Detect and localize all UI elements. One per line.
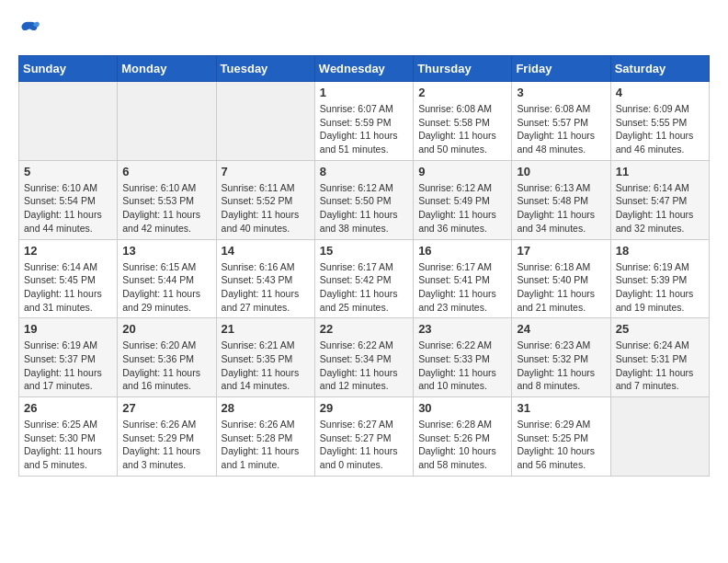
calendar-header-row: SundayMondayTuesdayWednesdayThursdayFrid… [19,56,710,82]
calendar-cell: 25Sunrise: 6:24 AM Sunset: 5:31 PM Dayli… [610,318,709,397]
day-info: Sunrise: 6:20 AM Sunset: 5:36 PM Dayligh… [122,339,210,393]
calendar-cell: 23Sunrise: 6:22 AM Sunset: 5:33 PM Dayli… [414,318,512,397]
calendar-cell: 3Sunrise: 6:08 AM Sunset: 5:57 PM Daylig… [512,82,610,161]
day-info: Sunrise: 6:21 AM Sunset: 5:35 PM Dayligh… [222,339,310,393]
day-number: 26 [24,401,112,415]
day-info: Sunrise: 6:16 AM Sunset: 5:43 PM Dayligh… [222,260,310,315]
calendar-cell: 4Sunrise: 6:09 AM Sunset: 5:55 PM Daylig… [610,82,709,161]
calendar-cell: 2Sunrise: 6:08 AM Sunset: 5:58 PM Daylig… [414,82,512,161]
day-number: 28 [222,401,310,415]
day-number: 23 [418,322,506,336]
calendar-cell: 10Sunrise: 6:13 AM Sunset: 5:48 PM Dayli… [512,160,610,239]
day-number: 12 [24,244,112,258]
calendar-cell: 18Sunrise: 6:19 AM Sunset: 5:39 PM Dayli… [610,239,709,318]
calendar-cell: 30Sunrise: 6:28 AM Sunset: 5:26 PM Dayli… [414,397,512,477]
day-info: Sunrise: 6:08 AM Sunset: 5:58 PM Dayligh… [418,102,506,156]
day-number: 2 [418,86,506,99]
day-info: Sunrise: 6:13 AM Sunset: 5:48 PM Dayligh… [517,181,605,236]
day-info: Sunrise: 6:24 AM Sunset: 5:31 PM Dayligh… [616,339,704,393]
day-number: 20 [122,322,210,336]
day-number: 31 [517,401,605,415]
calendar-cell: 11Sunrise: 6:14 AM Sunset: 5:47 PM Dayli… [610,160,709,239]
day-number: 27 [122,401,210,415]
day-number: 16 [418,244,506,258]
day-number: 14 [222,244,310,258]
day-info: Sunrise: 6:27 AM Sunset: 5:27 PM Dayligh… [320,418,408,472]
weekday-header-sunday: Sunday [19,56,118,82]
calendar-cell [216,82,314,161]
day-number: 29 [320,401,408,415]
calendar-cell [610,397,709,477]
day-number: 11 [616,165,704,178]
calendar-cell: 27Sunrise: 6:26 AM Sunset: 5:29 PM Dayli… [118,397,216,477]
day-info: Sunrise: 6:26 AM Sunset: 5:29 PM Dayligh… [122,418,210,472]
calendar-cell: 24Sunrise: 6:23 AM Sunset: 5:32 PM Dayli… [512,318,610,397]
calendar-cell: 26Sunrise: 6:25 AM Sunset: 5:30 PM Dayli… [19,397,118,477]
calendar-cell: 19Sunrise: 6:19 AM Sunset: 5:37 PM Dayli… [19,318,118,397]
day-info: Sunrise: 6:10 AM Sunset: 5:54 PM Dayligh… [24,181,112,236]
day-info: Sunrise: 6:14 AM Sunset: 5:47 PM Dayligh… [616,181,704,236]
day-number: 15 [320,244,408,258]
calendar-cell: 9Sunrise: 6:12 AM Sunset: 5:49 PM Daylig… [414,160,512,239]
weekday-header-friday: Friday [512,56,610,82]
page-header [18,18,710,40]
day-info: Sunrise: 6:12 AM Sunset: 5:49 PM Dayligh… [418,181,506,236]
day-number: 19 [24,322,112,336]
calendar-table: SundayMondayTuesdayWednesdayThursdayFrid… [18,55,710,477]
logo-bird-icon [18,18,40,40]
weekday-header-saturday: Saturday [610,56,709,82]
calendar-cell: 6Sunrise: 6:10 AM Sunset: 5:53 PM Daylig… [118,160,216,239]
day-number: 6 [122,165,210,178]
logo [18,18,44,40]
calendar-week-row: 5Sunrise: 6:10 AM Sunset: 5:54 PM Daylig… [19,160,710,239]
day-number: 3 [517,86,605,99]
calendar-week-row: 19Sunrise: 6:19 AM Sunset: 5:37 PM Dayli… [19,318,710,397]
day-number: 5 [24,165,112,178]
day-number: 25 [616,322,704,336]
day-info: Sunrise: 6:10 AM Sunset: 5:53 PM Dayligh… [122,181,210,236]
calendar-cell: 8Sunrise: 6:12 AM Sunset: 5:50 PM Daylig… [314,160,413,239]
day-number: 1 [320,86,408,99]
calendar-cell: 31Sunrise: 6:29 AM Sunset: 5:25 PM Dayli… [512,397,610,477]
calendar-week-row: 1Sunrise: 6:07 AM Sunset: 5:59 PM Daylig… [19,82,710,161]
weekday-header-monday: Monday [118,56,216,82]
calendar-cell: 12Sunrise: 6:14 AM Sunset: 5:45 PM Dayli… [19,239,118,318]
day-number: 13 [122,244,210,258]
day-info: Sunrise: 6:11 AM Sunset: 5:52 PM Dayligh… [222,181,310,236]
calendar-cell: 16Sunrise: 6:17 AM Sunset: 5:41 PM Dayli… [414,239,512,318]
weekday-header-thursday: Thursday [414,56,512,82]
calendar-cell: 28Sunrise: 6:26 AM Sunset: 5:28 PM Dayli… [216,397,314,477]
calendar-cell: 1Sunrise: 6:07 AM Sunset: 5:59 PM Daylig… [314,82,413,161]
day-number: 24 [517,322,605,336]
calendar-cell: 5Sunrise: 6:10 AM Sunset: 5:54 PM Daylig… [19,160,118,239]
day-info: Sunrise: 6:25 AM Sunset: 5:30 PM Dayligh… [24,418,112,472]
calendar-cell: 7Sunrise: 6:11 AM Sunset: 5:52 PM Daylig… [216,160,314,239]
weekday-header-tuesday: Tuesday [216,56,314,82]
day-info: Sunrise: 6:12 AM Sunset: 5:50 PM Dayligh… [320,181,408,236]
day-info: Sunrise: 6:14 AM Sunset: 5:45 PM Dayligh… [24,260,112,315]
calendar-cell: 29Sunrise: 6:27 AM Sunset: 5:27 PM Dayli… [314,397,413,477]
day-number: 18 [616,244,704,258]
day-number: 8 [320,165,408,178]
day-info: Sunrise: 6:15 AM Sunset: 5:44 PM Dayligh… [122,260,210,315]
day-info: Sunrise: 6:26 AM Sunset: 5:28 PM Dayligh… [222,418,310,472]
day-info: Sunrise: 6:19 AM Sunset: 5:39 PM Dayligh… [616,260,704,315]
calendar-cell: 21Sunrise: 6:21 AM Sunset: 5:35 PM Dayli… [216,318,314,397]
day-info: Sunrise: 6:29 AM Sunset: 5:25 PM Dayligh… [517,418,605,472]
calendar-cell: 14Sunrise: 6:16 AM Sunset: 5:43 PM Dayli… [216,239,314,318]
day-number: 17 [517,244,605,258]
day-info: Sunrise: 6:22 AM Sunset: 5:33 PM Dayligh… [418,339,506,393]
day-info: Sunrise: 6:23 AM Sunset: 5:32 PM Dayligh… [517,339,605,393]
day-number: 7 [222,165,310,178]
day-number: 30 [418,401,506,415]
day-number: 10 [517,165,605,178]
day-number: 4 [616,86,704,99]
calendar-cell: 20Sunrise: 6:20 AM Sunset: 5:36 PM Dayli… [118,318,216,397]
calendar-week-row: 26Sunrise: 6:25 AM Sunset: 5:30 PM Dayli… [19,397,710,477]
day-info: Sunrise: 6:22 AM Sunset: 5:34 PM Dayligh… [320,339,408,393]
calendar-cell [19,82,118,161]
day-info: Sunrise: 6:07 AM Sunset: 5:59 PM Dayligh… [320,102,408,156]
calendar-cell: 15Sunrise: 6:17 AM Sunset: 5:42 PM Dayli… [314,239,413,318]
day-number: 21 [222,322,310,336]
day-info: Sunrise: 6:19 AM Sunset: 5:37 PM Dayligh… [24,339,112,393]
